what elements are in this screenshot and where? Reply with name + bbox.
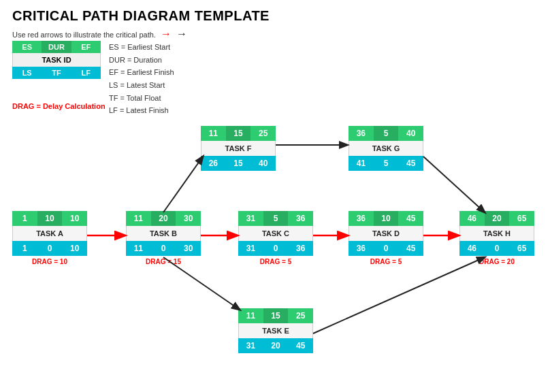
task-g-lf: 45	[398, 156, 423, 171]
task-b-es: 11	[126, 211, 151, 226]
legend-lf: LF	[71, 67, 101, 79]
task-a-drag: DRAG = 10	[12, 258, 87, 265]
task-d-es: 36	[349, 211, 374, 226]
task-a-name: TASK A	[12, 226, 87, 241]
task-g-name: TASK G	[349, 141, 423, 156]
black-arrow-icon: →	[176, 28, 187, 39]
task-c-es: 31	[238, 211, 263, 226]
task-h-drag: DRAG = 20	[459, 258, 534, 265]
task-a-tf: 0	[37, 241, 63, 256]
legend-dur: DUR	[42, 41, 71, 53]
task-f-name: TASK F	[201, 141, 276, 156]
legend-bottom-row: LS TF LF	[12, 67, 101, 79]
task-e-tf: 20	[263, 338, 289, 353]
drag-note: DRAG = Delay Calculation	[12, 102, 106, 110]
task-h-name: TASK H	[459, 226, 534, 241]
task-e-dur: 15	[263, 308, 289, 323]
task-c-tf: 0	[263, 241, 289, 256]
task-b-dur: 20	[151, 211, 176, 226]
task-a-node: 1 10 10 TASK A 1 0 10 DRAG = 10	[12, 211, 87, 265]
task-b-node: 11 20 30 TASK B 11 0 30 DRAG = 15	[126, 211, 201, 265]
task-f-tf: 15	[226, 156, 251, 171]
task-a-dur: 10	[37, 211, 63, 226]
task-g-es: 36	[349, 126, 374, 141]
task-g-node: 36 5 40 TASK G 41 5 45	[349, 126, 423, 171]
task-f-dur: 15	[226, 126, 251, 141]
legend-es: ES	[12, 41, 42, 53]
task-h-es: 46	[459, 211, 485, 226]
task-h-ls: 46	[459, 241, 485, 256]
task-b-drag: DRAG = 15	[126, 258, 201, 265]
task-c-dur: 5	[263, 211, 289, 226]
task-d-tf: 0	[374, 241, 399, 256]
arrow-e-h	[313, 257, 485, 333]
task-h-node: 46 20 65 TASK H 46 0 65 DRAG = 20	[459, 211, 534, 265]
task-g-ls: 41	[349, 156, 374, 171]
task-e-ls: 31	[238, 338, 263, 353]
task-d-dur: 10	[374, 211, 399, 226]
task-e-es: 11	[238, 308, 263, 323]
task-a-ef: 10	[62, 211, 87, 226]
task-e-name: TASK E	[238, 323, 313, 338]
task-g-tf: 5	[374, 156, 399, 171]
task-d-node: 36 10 45 TASK D 36 0 45 DRAG = 5	[349, 211, 423, 265]
task-g-ef: 40	[398, 126, 423, 141]
task-b-ef: 30	[176, 211, 201, 226]
task-h-tf: 0	[485, 241, 510, 256]
task-e-ef: 25	[288, 308, 313, 323]
task-b-ls: 11	[126, 241, 151, 256]
task-b-tf: 0	[151, 241, 176, 256]
legend-ls: LS	[12, 67, 42, 79]
legend-task-id: TASK ID	[12, 53, 101, 67]
task-c-lf: 36	[288, 241, 313, 256]
page-title: CRITICAL PATH DIAGRAM TEMPLATE	[0, 0, 550, 27]
task-d-ef: 45	[398, 211, 423, 226]
task-c-ls: 31	[238, 241, 263, 256]
arrow-b-f	[163, 157, 203, 212]
task-e-node: 11 15 25 TASK E 31 20 45	[238, 308, 313, 353]
task-e-lf: 45	[288, 338, 313, 353]
task-f-node: 11 15 25 TASK F 26 15 40	[201, 126, 276, 171]
task-f-es: 11	[201, 126, 226, 141]
task-f-ef: 25	[250, 126, 276, 141]
arrow-g-h	[423, 157, 485, 212]
red-arrow-icon: →	[161, 28, 172, 39]
task-c-drag: DRAG = 5	[238, 258, 313, 265]
task-b-name: TASK B	[126, 226, 201, 241]
task-g-dur: 5	[374, 126, 399, 141]
legend-top-row: ES DUR EF	[12, 41, 101, 53]
legend-box: ES DUR EF TASK ID LS TF LF	[12, 41, 101, 79]
task-h-ef: 65	[509, 211, 534, 226]
task-b-lf: 30	[176, 241, 201, 256]
task-d-drag: DRAG = 5	[349, 258, 423, 265]
task-d-ls: 36	[349, 241, 374, 256]
task-c-name: TASK C	[238, 226, 313, 241]
task-a-lf: 10	[62, 241, 87, 256]
task-a-es: 1	[12, 211, 37, 226]
task-h-lf: 65	[509, 241, 534, 256]
legend-labels: ES = Earliest Start DUR = Duration EF = …	[109, 41, 174, 117]
task-c-ef: 36	[288, 211, 313, 226]
legend-tf: TF	[42, 67, 71, 79]
task-a-ls: 1	[12, 241, 37, 256]
task-d-name: TASK D	[349, 226, 423, 241]
task-c-node: 31 5 36 TASK C 31 0 36 DRAG = 5	[238, 211, 313, 265]
task-f-lf: 40	[250, 156, 276, 171]
task-d-lf: 45	[398, 241, 423, 256]
task-h-dur: 20	[485, 211, 510, 226]
legend-ef: EF	[71, 41, 101, 53]
task-f-ls: 26	[201, 156, 226, 171]
